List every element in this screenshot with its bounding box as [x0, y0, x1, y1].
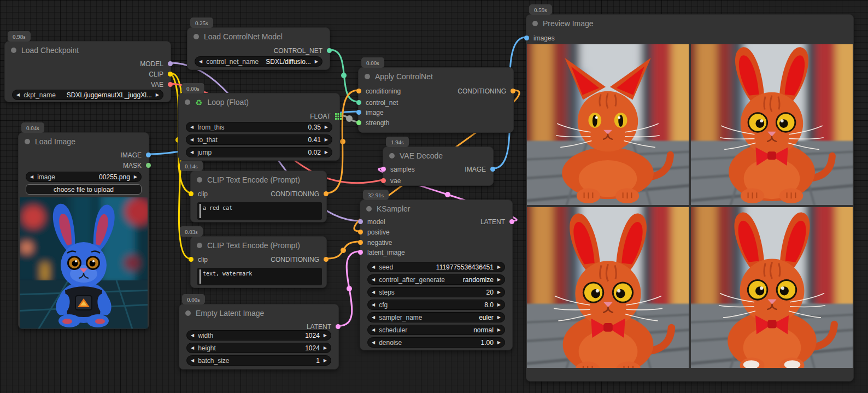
slot-dot[interactable] — [356, 110, 361, 115]
upload-button[interactable]: choose file to upload — [26, 184, 142, 195]
node-header[interactable]: CLIP Text Encode (Prompt) — [191, 237, 326, 253]
output-slot-latent[interactable]: LATENT — [480, 218, 514, 225]
increment-arrow-icon[interactable]: ▶ — [497, 290, 501, 295]
slot-dot[interactable] — [524, 36, 529, 40]
slot-dot[interactable] — [381, 178, 386, 183]
input-slot-images[interactable]: images — [524, 34, 555, 42]
node-load-controlnet[interactable]: 0.25s Load ControlNet Model CONTROL_NET … — [187, 27, 330, 70]
decrement-arrow-icon[interactable]: ◀ — [16, 92, 20, 97]
input-slot-clip[interactable]: clip — [189, 256, 208, 263]
collapse-dot-icon[interactable] — [366, 206, 372, 212]
decrement-arrow-icon[interactable]: ◀ — [372, 302, 375, 307]
node-vae-decode[interactable]: 1.94s VAE Decode samples vae IMAGE — [383, 146, 494, 186]
collapse-dot-icon[interactable] — [389, 153, 395, 159]
input-slot-negative[interactable]: negative — [358, 239, 392, 246]
output-slot-float[interactable]: FLOAT — [310, 113, 342, 120]
increment-arrow-icon[interactable]: ▶ — [324, 358, 327, 363]
increment-arrow-icon[interactable]: ▶ — [497, 340, 501, 345]
decrement-arrow-icon[interactable]: ◀ — [190, 137, 193, 142]
output-slot-control-net[interactable]: CONTROL_NET — [274, 47, 332, 54]
increment-arrow-icon[interactable]: ▶ — [497, 327, 501, 332]
slot-dot[interactable] — [509, 219, 514, 224]
node-loop-float[interactable]: 0.00s ♻ Loop (Float) FLOAT ◀ from_this 0… — [178, 93, 340, 161]
collapse-dot-icon[interactable] — [197, 243, 202, 248]
slot-dot[interactable] — [356, 120, 361, 125]
node-header[interactable]: VAE Decode — [383, 147, 493, 163]
decrement-arrow-icon[interactable]: ◀ — [190, 150, 193, 155]
widget-scheduler[interactable]: ◀ scheduler normal ▶ — [367, 325, 505, 335]
increment-arrow-icon[interactable]: ▶ — [325, 125, 328, 130]
input-slot-model[interactable]: model — [358, 218, 385, 225]
preview-image-3[interactable] — [527, 207, 689, 368]
input-slot-vae[interactable]: vae — [381, 177, 401, 184]
list-output-grid-icon[interactable] — [335, 113, 342, 120]
output-slot-conditioning[interactable]: CONDITIONING — [271, 256, 329, 263]
loaded-image-thumbnail[interactable] — [20, 197, 148, 329]
decrement-arrow-icon[interactable]: ◀ — [372, 290, 375, 295]
output-slot-image[interactable]: IMAGE — [120, 151, 151, 159]
slot-dot[interactable] — [189, 257, 193, 262]
decrement-arrow-icon[interactable]: ◀ — [190, 125, 193, 130]
collapse-dot-icon[interactable] — [185, 310, 191, 316]
slot-dot[interactable] — [358, 240, 363, 245]
collapse-dot-icon[interactable] — [25, 139, 30, 144]
input-slot-conditioning[interactable]: conditioning — [356, 87, 401, 95]
node-header[interactable]: Load ControlNet Model — [187, 28, 330, 44]
node-header[interactable]: CLIP Text Encode (Prompt) — [191, 171, 326, 187]
widget-to-that[interactable]: ◀ to_that 0.41 ▶ — [186, 134, 332, 145]
prompt-textarea[interactable]: text, watermark — [197, 268, 322, 285]
widget-ckpt-name[interactable]: ◀ ckpt_name SDXL/juggernautXL_juggXl... … — [12, 90, 163, 100]
increment-arrow-icon[interactable]: ▶ — [324, 345, 327, 350]
node-graph-canvas[interactable]: 0.98s Load Checkpoint MODEL CLIP VAE ◀ c… — [0, 0, 868, 393]
input-slot-image[interactable]: image — [356, 109, 384, 116]
input-slot-latent-image[interactable]: latent_image — [358, 249, 405, 256]
slot-dot[interactable] — [189, 191, 193, 196]
slot-dot[interactable] — [356, 89, 361, 93]
widget-denoise[interactable]: ◀ denoise 1.00 ▶ — [367, 337, 505, 348]
prompt-textarea[interactable]: a red cat — [197, 202, 322, 220]
collapse-dot-icon[interactable] — [193, 34, 199, 39]
output-slot-conditioning[interactable]: CONDITIONING — [271, 190, 329, 197]
node-header[interactable]: Load Checkpoint — [5, 42, 171, 58]
slot-dot[interactable] — [356, 100, 361, 105]
slot-dot[interactable] — [358, 250, 363, 255]
collapse-dot-icon[interactable] — [365, 74, 370, 79]
node-clip-encode-positive[interactable]: 0.14s CLIP Text Encode (Prompt) clip CON… — [190, 171, 327, 222]
increment-arrow-icon[interactable]: ▶ — [497, 277, 501, 282]
node-preview-image[interactable]: 0.59s Preview Image images — [526, 14, 854, 382]
increment-arrow-icon[interactable]: ▶ — [134, 174, 137, 179]
increment-arrow-icon[interactable]: ▶ — [497, 302, 501, 307]
slot-dot[interactable] — [324, 191, 329, 196]
output-slot-mask[interactable]: MASK — [123, 162, 151, 169]
slot-dot[interactable] — [168, 61, 173, 66]
decrement-arrow-icon[interactable]: ◀ — [372, 340, 375, 345]
node-header[interactable]: KSampler — [360, 200, 512, 216]
decrement-arrow-icon[interactable]: ◀ — [372, 277, 375, 282]
increment-arrow-icon[interactable]: ▶ — [156, 92, 159, 97]
collapse-dot-icon[interactable] — [185, 99, 190, 105]
node-load-image[interactable]: 0.04s Load Image IMAGE MASK ◀ image 0025… — [18, 132, 149, 329]
widget-seed[interactable]: ◀ seed 1119775536436451 ▶ — [367, 262, 505, 272]
node-header[interactable]: ♻ Loop (Float) — [179, 93, 339, 110]
node-apply-controlnet[interactable]: 0.00s Apply ControlNet conditioning cont… — [358, 67, 514, 133]
increment-arrow-icon[interactable]: ▶ — [325, 137, 328, 142]
widget-batch-size[interactable]: ◀ batch_size 1 ▶ — [186, 355, 331, 366]
increment-arrow-icon[interactable]: ▶ — [324, 333, 327, 338]
decrement-arrow-icon[interactable]: ◀ — [30, 174, 33, 179]
widget-control-net-name[interactable]: ◀ control_net_name SDXL/diffusio... ▶ — [195, 56, 322, 67]
output-slot-conditioning[interactable]: CONDITIONING — [458, 87, 515, 95]
widget-from-this[interactable]: ◀ from_this 0.35 ▶ — [186, 122, 332, 132]
decrement-arrow-icon[interactable]: ◀ — [372, 315, 375, 320]
decrement-arrow-icon[interactable]: ◀ — [191, 345, 194, 350]
decrement-arrow-icon[interactable]: ◀ — [191, 358, 194, 363]
output-slot-model[interactable]: MODEL — [140, 60, 173, 67]
increment-arrow-icon[interactable]: ▶ — [497, 315, 501, 320]
increment-arrow-icon[interactable]: ▶ — [315, 59, 318, 64]
slot-dot[interactable] — [490, 167, 495, 172]
widget-cfg[interactable]: ◀ cfg 8.0 ▶ — [367, 300, 505, 310]
slot-dot[interactable] — [327, 48, 332, 53]
decrement-arrow-icon[interactable]: ◀ — [199, 59, 202, 64]
slot-dot[interactable] — [511, 89, 515, 93]
node-clip-encode-negative[interactable]: 0.03s CLIP Text Encode (Prompt) clip CON… — [190, 236, 327, 288]
collapse-dot-icon[interactable] — [532, 21, 538, 26]
